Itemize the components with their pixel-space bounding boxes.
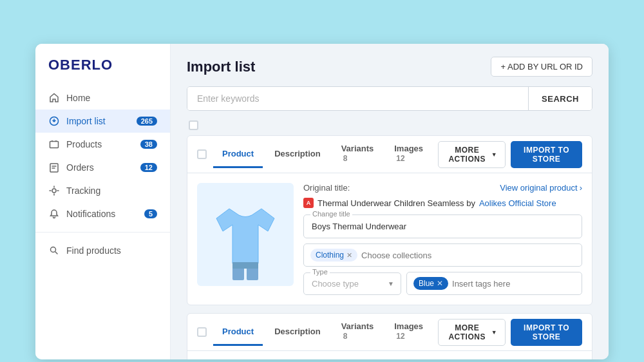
main-content: Import list + ADD BY URL OR ID SEARCH (171, 44, 609, 359)
chevron-down-icon: ▼ (491, 151, 497, 158)
title-field-wrapper-1: Change title (303, 214, 582, 238)
main-header: Import list + ADD BY URL OR ID (171, 44, 609, 86)
product-1-checkbox[interactable] (197, 149, 207, 159)
product-card-2: Product Description Variants 8 Images 12 (187, 313, 592, 359)
more-actions-button-1[interactable]: MORE ACTIONS ▼ (438, 141, 506, 168)
search-input[interactable] (187, 87, 528, 110)
tags-input-1[interactable] (452, 279, 560, 289)
import-list-badge: 265 (137, 117, 157, 126)
type-label-1: Type (310, 268, 330, 276)
product-title-line-1: A Thermal Underwear Children Seamless by… (303, 198, 582, 208)
view-product-link-1[interactable]: View original product › (500, 183, 582, 193)
type-select-1[interactable]: Choose type (304, 273, 401, 294)
blue-tag-chip: Blue ✕ (413, 277, 448, 290)
import-to-store-button-2[interactable]: IMPORT TO STORE (511, 319, 582, 346)
search-bar: SEARCH (187, 86, 592, 111)
more-actions-button-2[interactable]: MORE ACTIONS ▼ (438, 319, 506, 346)
sidebar-item-notifications[interactable]: Notifications 5 (35, 202, 170, 225)
original-title-row-1: Original title: View original product › (303, 183, 582, 193)
product-tabs-1: Product Description Variants 8 Images 12 (187, 136, 592, 173)
product-image-1 (197, 183, 294, 286)
sidebar-item-home[interactable]: Home (35, 86, 170, 110)
import-icon (48, 115, 60, 127)
product-body-2: Original title: View original product › … (187, 351, 592, 359)
import-to-store-button-1[interactable]: IMPORT TO STORE (511, 141, 582, 168)
tags-input-wrapper-1[interactable]: Blue ✕ (406, 272, 582, 295)
search-button[interactable]: SEARCH (528, 87, 592, 110)
find-products-label: Find products (66, 245, 157, 256)
home-icon (48, 92, 60, 104)
collections-row-1: Clothing ✕ (303, 243, 582, 267)
tab-actions-2: MORE ACTIONS ▼ IMPORT TO STORE (438, 319, 582, 346)
add-button-label: + ADD BY URL OR ID (500, 62, 583, 71)
original-title-label-1: Original title: (303, 183, 350, 193)
svg-rect-7 (232, 262, 258, 269)
collections-wrapper-1[interactable]: Clothing ✕ (303, 243, 582, 267)
logo-text: OBERLO (48, 57, 113, 73)
remove-clothing-tag[interactable]: ✕ (346, 252, 352, 259)
collections-input-1[interactable] (361, 251, 575, 260)
tab-description-2[interactable]: Description (265, 319, 330, 346)
notifications-badge: 5 (144, 209, 157, 218)
tab-images-1[interactable]: Images 12 (385, 136, 435, 173)
tab-product-2[interactable]: Product (213, 319, 263, 346)
sidebar: OBERLO Home Import list 265 (35, 44, 171, 359)
products-badge: 38 (140, 140, 157, 149)
sidebar-item-orders-label: Orders (66, 162, 134, 173)
tab-product-1[interactable]: Product (213, 141, 263, 168)
sidebar-item-products[interactable]: Products 38 (35, 133, 170, 156)
arrow-right-icon: › (580, 183, 582, 193)
notifications-icon (48, 208, 60, 220)
sidebar-divider (35, 232, 170, 233)
clothing-chip: Clothing ✕ (310, 249, 357, 262)
svg-rect-1 (50, 142, 59, 148)
change-title-label-1: Change title (310, 210, 352, 218)
orders-icon (48, 162, 60, 173)
chevron-down-icon: ▼ (491, 329, 497, 336)
change-title-field-1: Change title (303, 214, 582, 238)
product-card-1: Product Description Variants 8 Images 12 (187, 135, 592, 305)
sidebar-item-find-products[interactable]: Find products (35, 239, 170, 262)
sidebar-item-import-label: Import list (66, 116, 130, 126)
sidebar-item-notifications-label: Notifications (66, 209, 138, 219)
sidebar-item-import-list[interactable]: Import list 265 (35, 110, 170, 133)
store-link-1[interactable]: Aolikes Official Store (479, 198, 556, 208)
sidebar-item-orders[interactable]: Orders 12 (35, 156, 170, 179)
tracking-icon (48, 185, 60, 196)
add-by-url-button[interactable]: + ADD BY URL OR ID (491, 57, 592, 77)
sidebar-item-products-label: Products (66, 139, 134, 149)
svg-point-4 (51, 247, 56, 252)
tab-variants-2[interactable]: Variants 8 (332, 314, 383, 350)
sidebar-item-tracking-label: Tracking (66, 186, 157, 196)
svg-point-3 (52, 189, 56, 193)
products-area: Product Description Variants 8 Images 12 (171, 117, 609, 359)
type-tags-row-1: Type Choose type ▼ Blue ✕ (303, 272, 582, 295)
product-details-1: Original title: View original product › … (303, 183, 582, 295)
store-badge-1: A (303, 198, 314, 208)
tab-actions-1: MORE ACTIONS ▼ IMPORT TO STORE (438, 141, 582, 168)
tab-variants-1[interactable]: Variants 8 (332, 136, 383, 173)
remove-blue-tag[interactable]: ✕ (437, 279, 443, 288)
sidebar-item-tracking[interactable]: Tracking (35, 179, 170, 202)
logo: OBERLO (35, 57, 170, 86)
product-2-checkbox[interactable] (197, 327, 207, 337)
orders-badge: 12 (140, 163, 157, 172)
tab-description-1[interactable]: Description (265, 141, 330, 168)
type-select-wrapper-1: Type Choose type ▼ (303, 272, 401, 295)
search-icon (48, 245, 60, 256)
select-all-checkbox[interactable] (189, 120, 198, 130)
page-title: Import list (187, 59, 255, 75)
product-tabs-2: Product Description Variants 8 Images 12 (187, 314, 592, 351)
title-input-1[interactable] (304, 215, 582, 238)
product-body-1: Original title: View original product › … (187, 173, 592, 305)
sidebar-item-home-label: Home (66, 93, 157, 103)
products-icon (48, 138, 60, 150)
tab-images-2[interactable]: Images 12 (385, 314, 435, 350)
